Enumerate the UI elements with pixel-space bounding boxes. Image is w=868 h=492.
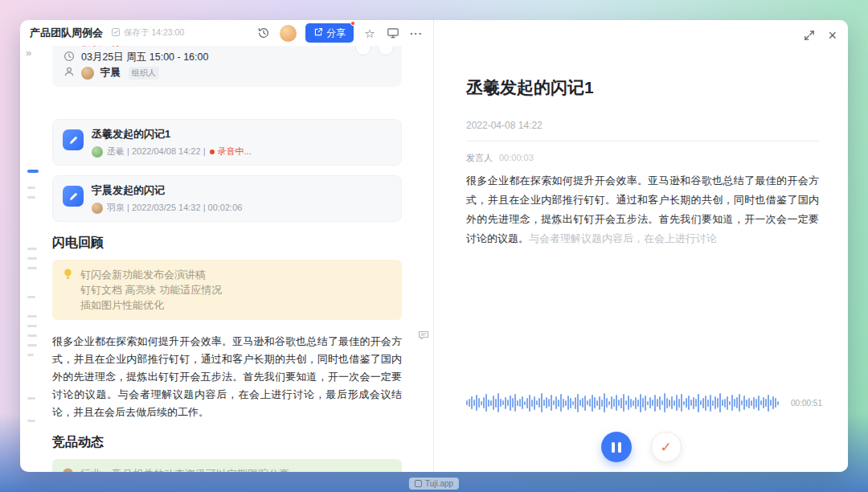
flash-note-icon bbox=[63, 129, 84, 150]
save-status: 保存于 14:23:00 bbox=[111, 27, 184, 39]
card-tool-icon-1[interactable] bbox=[355, 46, 371, 55]
recording-status: 录音中... bbox=[210, 146, 252, 158]
outline-marker[interactable] bbox=[27, 344, 37, 346]
outline-marker[interactable] bbox=[27, 397, 35, 400]
document-content: » bbox=[20, 46, 433, 472]
flash-note-card[interactable]: 丞羲发起的闪记1 丞羲 | 2022/04/08 14:22 | 录音中... bbox=[52, 119, 402, 166]
note-date: 2022-04-08 14:22 bbox=[466, 120, 819, 131]
document-toolbar: 产品团队周例会 保存于 14:23:00 bbox=[20, 20, 433, 46]
outline-marker[interactable] bbox=[27, 257, 37, 260]
speaker-row: 发言人00:00:03 bbox=[466, 152, 819, 164]
flash-note-info: 宇晨发起的闪记 羽泉 | 2022/03/25 14:32 | 00:02:06 bbox=[92, 183, 242, 214]
app-window: 产品团队周例会 保存于 14:23:00 bbox=[20, 20, 848, 472]
check-icon: ✓ bbox=[660, 439, 671, 456]
close-icon[interactable]: × bbox=[828, 28, 837, 43]
meeting-organizer-row: 宇晨 组织人 bbox=[63, 65, 391, 80]
flash-note-info: 丞羲发起的闪记1 丞羲 | 2022/04/08 14:22 | 录音中... bbox=[92, 127, 252, 158]
comment-icon[interactable] bbox=[417, 329, 430, 345]
recording-label: 录音中... bbox=[218, 146, 252, 158]
highlight-lines: 钉闪会新功能发布会演讲稿 钉钉文档 高亮块 功能适应情况 插如图片性能优化 bbox=[80, 267, 222, 313]
pause-button[interactable] bbox=[601, 432, 632, 462]
pause-icon bbox=[612, 442, 615, 453]
audio-waveform[interactable] bbox=[466, 392, 784, 414]
divider bbox=[466, 141, 819, 141]
highlight-line: 插如图片性能优化 bbox=[80, 297, 222, 313]
more-icon[interactable]: ··· bbox=[409, 26, 424, 40]
outline-marker[interactable] bbox=[27, 267, 37, 269]
speaker-label: 发言人 bbox=[466, 153, 493, 162]
highlight-block-green: 行业、竞品相关的动态资讯可以定期跟踪分享 bbox=[52, 459, 402, 472]
flash-note-meta: 丞羲 | 2022/04/08 14:22 | 录音中... bbox=[92, 146, 252, 158]
finish-button[interactable]: ✓ bbox=[651, 432, 682, 462]
document-paragraph: 很多企业都在探索如何提升开会效率。亚马逊和谷歌也总结了最佳的开会方式，并且在企业… bbox=[52, 333, 402, 421]
outline-marker[interactable] bbox=[27, 420, 35, 422]
section-heading-review: 闪电回顾 bbox=[52, 235, 402, 252]
section-heading-competitor: 竞品动态 bbox=[52, 434, 402, 451]
meeting-time-row: 03月25日 周五 15:00 - 16:00 bbox=[63, 50, 391, 65]
audio-duration: 00:00:51 bbox=[791, 399, 822, 408]
meeting-info-card: 会议进行中 03月25日 周五 15:00 - 16:00 bbox=[52, 46, 402, 87]
recording-controls: ✓ bbox=[434, 432, 848, 462]
expand-outline-icon[interactable]: » bbox=[26, 47, 31, 59]
outline-marker[interactable] bbox=[27, 296, 35, 298]
flash-note-meta: 羽泉 | 2022/03/25 14:32 | 00:02:06 bbox=[92, 202, 242, 214]
watermark-text: Tuji.app bbox=[425, 479, 453, 488]
transcript-paragraph: 很多企业都在探索如何提升开会效率。亚马逊和谷歌也总结了最佳的开会方式，并且在企业… bbox=[466, 171, 819, 248]
outline-marker[interactable] bbox=[27, 315, 37, 318]
lightbulb-icon bbox=[62, 268, 74, 313]
card-tool-icon-2[interactable] bbox=[378, 46, 394, 55]
document-column: 会议进行中 03月25日 周五 15:00 - 16:00 bbox=[52, 46, 402, 472]
pause-icon bbox=[618, 442, 621, 453]
person-icon bbox=[63, 66, 75, 80]
note-pane-tools: × bbox=[804, 28, 837, 43]
save-status-text: 保存于 14:23:00 bbox=[124, 27, 184, 39]
outline-marker-active[interactable] bbox=[27, 170, 39, 173]
note-title: 丞羲发起的闪记1 bbox=[466, 76, 819, 99]
video-camera-icon bbox=[63, 46, 75, 49]
present-icon[interactable] bbox=[386, 26, 400, 40]
flash-note-card[interactable]: 宇晨发起的闪记 羽泉 | 2022/03/25 14:32 | 00:02:06 bbox=[52, 175, 402, 222]
watermark-icon bbox=[415, 480, 422, 487]
outline-marker[interactable] bbox=[27, 334, 37, 337]
collaborator-avatar[interactable] bbox=[280, 25, 297, 42]
highlight-line: 钉钉文档 高亮块 功能适应情况 bbox=[80, 282, 222, 297]
outline-marker[interactable] bbox=[27, 325, 37, 327]
highlight-green-text: 行业、竞品相关的动态资讯可以定期跟踪分享 bbox=[80, 467, 289, 473]
star-icon[interactable]: ☆ bbox=[362, 26, 377, 40]
outline-marker[interactable] bbox=[27, 354, 34, 356]
desktop-background: 产品团队周例会 保存于 14:23:00 bbox=[0, 0, 868, 492]
meeting-time: 03月25日 周五 15:00 - 16:00 bbox=[81, 51, 208, 64]
flash-note-icon bbox=[63, 186, 84, 207]
transcript-pending: 与会者理解议题内容后，在会上进行讨论 bbox=[529, 232, 717, 244]
notification-dot bbox=[350, 21, 355, 26]
recording-dot-icon bbox=[210, 150, 215, 154]
note-detail-pane: × 丞羲发起的闪记1 2022-04-08 14:22 发言人00:00:03 … bbox=[434, 20, 848, 472]
meeting-card-tools bbox=[355, 46, 394, 55]
save-status-icon bbox=[111, 27, 121, 39]
audio-row: 00:00:51 bbox=[466, 392, 822, 414]
outline-marker[interactable] bbox=[27, 187, 35, 189]
organizer-avatar bbox=[81, 67, 94, 80]
share-button[interactable]: 分享 bbox=[305, 23, 354, 43]
outline-marker[interactable] bbox=[27, 248, 37, 250]
organizer-tag: 组织人 bbox=[129, 67, 159, 80]
note-detail-content: 丞羲发起的闪记1 2022-04-08 14:22 发言人00:00:03 很多… bbox=[434, 76, 848, 248]
flash-note-title: 丞羲发起的闪记1 bbox=[92, 127, 252, 141]
highlight-line: 钉闪会新功能发布会演讲稿 bbox=[80, 267, 222, 282]
outline-marker[interactable] bbox=[27, 196, 35, 199]
organizer-name: 宇晨 bbox=[100, 66, 121, 80]
document-pane: 产品团队周例会 保存于 14:23:00 bbox=[20, 20, 434, 472]
speaker-timestamp: 00:00:03 bbox=[499, 153, 534, 162]
document-title: 产品团队周例会 bbox=[30, 26, 103, 40]
author-avatar bbox=[92, 203, 103, 214]
flash-note-meta-text: 丞羲 | 2022/04/08 14:22 | bbox=[107, 146, 206, 158]
toolbar-actions: 分享 ☆ ··· bbox=[256, 23, 424, 43]
watermark: Tuji.app bbox=[409, 478, 459, 490]
face-icon bbox=[62, 467, 74, 472]
share-button-label: 分享 bbox=[326, 27, 346, 40]
expand-icon[interactable] bbox=[804, 30, 815, 41]
meeting-status-link[interactable]: 会议进行中 bbox=[81, 46, 132, 49]
share-icon bbox=[313, 27, 323, 39]
flash-note-title: 宇晨发起的闪记 bbox=[92, 183, 242, 198]
history-icon[interactable] bbox=[256, 26, 271, 40]
